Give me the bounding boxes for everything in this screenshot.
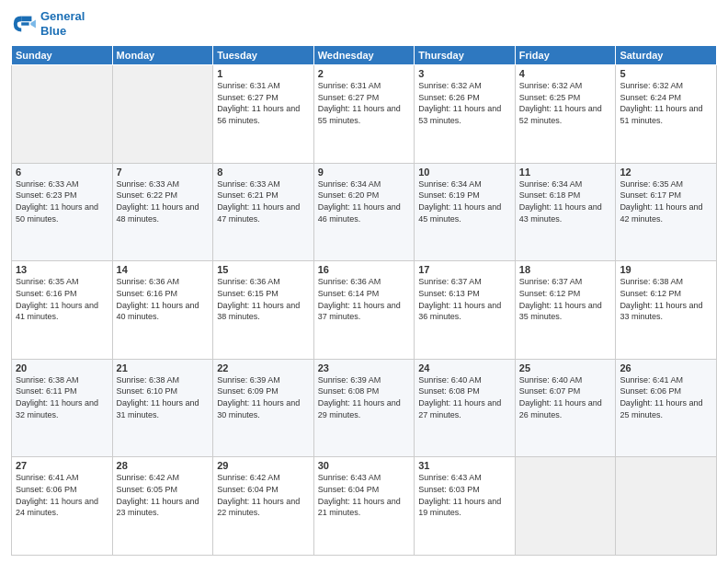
day-info: Sunrise: 6:40 AMSunset: 6:08 PMDaylight:…: [418, 374, 511, 420]
day-number: 28: [117, 460, 210, 471]
weekday-header-monday: Monday: [112, 46, 213, 65]
calendar-week-row: 1Sunrise: 6:31 AMSunset: 6:27 PMDaylight…: [12, 65, 717, 164]
day-number: 14: [117, 264, 210, 275]
day-info: Sunrise: 6:34 AMSunset: 6:19 PMDaylight:…: [418, 178, 511, 224]
calendar-cell: [12, 65, 113, 164]
day-number: 10: [418, 167, 511, 178]
calendar-week-row: 6Sunrise: 6:33 AMSunset: 6:23 PMDaylight…: [12, 163, 717, 261]
calendar-cell: 9Sunrise: 6:34 AMSunset: 6:20 PMDaylight…: [313, 163, 415, 261]
calendar-cell: 18Sunrise: 6:37 AMSunset: 6:12 PMDayligh…: [515, 261, 616, 360]
calendar-cell: 8Sunrise: 6:33 AMSunset: 6:21 PMDaylight…: [213, 163, 314, 261]
day-info: Sunrise: 6:36 AMSunset: 6:14 PMDaylight:…: [318, 276, 411, 322]
day-number: 7: [117, 167, 210, 178]
day-info: Sunrise: 6:39 AMSunset: 6:08 PMDaylight:…: [318, 374, 411, 420]
calendar-cell: 27Sunrise: 6:41 AMSunset: 6:06 PMDayligh…: [12, 457, 113, 556]
day-number: 15: [217, 264, 310, 275]
calendar-cell: 26Sunrise: 6:41 AMSunset: 6:06 PMDayligh…: [616, 359, 717, 457]
day-number: 13: [16, 264, 108, 275]
day-info: Sunrise: 6:33 AMSunset: 6:21 PMDaylight:…: [217, 178, 310, 224]
weekday-header-thursday: Thursday: [415, 46, 516, 65]
day-number: 5: [620, 68, 712, 79]
calendar-cell: 15Sunrise: 6:36 AMSunset: 6:15 PMDayligh…: [213, 261, 314, 360]
calendar-cell: 21Sunrise: 6:38 AMSunset: 6:10 PMDayligh…: [112, 359, 213, 457]
weekday-header-sunday: Sunday: [12, 46, 113, 65]
calendar-cell: 30Sunrise: 6:43 AMSunset: 6:04 PMDayligh…: [313, 457, 415, 556]
day-info: Sunrise: 6:42 AMSunset: 6:04 PMDaylight:…: [217, 472, 310, 518]
calendar-cell: 17Sunrise: 6:37 AMSunset: 6:13 PMDayligh…: [415, 261, 516, 360]
day-info: Sunrise: 6:41 AMSunset: 6:06 PMDaylight:…: [620, 374, 712, 420]
calendar-cell: 12Sunrise: 6:35 AMSunset: 6:17 PMDayligh…: [616, 163, 717, 261]
calendar-cell: 3Sunrise: 6:32 AMSunset: 6:26 PMDaylight…: [415, 65, 516, 164]
day-info: Sunrise: 6:34 AMSunset: 6:18 PMDaylight:…: [519, 178, 612, 224]
calendar-cell: 31Sunrise: 6:43 AMSunset: 6:03 PMDayligh…: [415, 457, 516, 556]
day-number: 17: [418, 264, 511, 275]
day-info: Sunrise: 6:38 AMSunset: 6:11 PMDaylight:…: [16, 374, 108, 420]
day-number: 19: [620, 264, 712, 275]
day-number: 3: [418, 68, 511, 79]
logo-icon: [11, 11, 37, 37]
day-info: Sunrise: 6:42 AMSunset: 6:05 PMDaylight:…: [117, 472, 210, 518]
day-info: Sunrise: 6:37 AMSunset: 6:12 PMDaylight:…: [519, 276, 612, 322]
day-number: 30: [318, 460, 411, 471]
day-info: Sunrise: 6:36 AMSunset: 6:15 PMDaylight:…: [217, 276, 310, 322]
logo: GeneralBlue: [11, 9, 85, 38]
calendar-cell: 22Sunrise: 6:39 AMSunset: 6:09 PMDayligh…: [213, 359, 314, 457]
day-number: 29: [217, 460, 310, 471]
day-number: 25: [519, 362, 612, 373]
day-info: Sunrise: 6:32 AMSunset: 6:25 PMDaylight:…: [519, 80, 612, 126]
calendar-cell: 20Sunrise: 6:38 AMSunset: 6:11 PMDayligh…: [12, 359, 113, 457]
day-number: 11: [519, 167, 612, 178]
calendar-cell: 2Sunrise: 6:31 AMSunset: 6:27 PMDaylight…: [313, 65, 415, 164]
calendar-cell: 16Sunrise: 6:36 AMSunset: 6:14 PMDayligh…: [313, 261, 415, 360]
day-info: Sunrise: 6:37 AMSunset: 6:13 PMDaylight:…: [418, 276, 511, 322]
calendar-cell: 10Sunrise: 6:34 AMSunset: 6:19 PMDayligh…: [415, 163, 516, 261]
calendar-cell: 29Sunrise: 6:42 AMSunset: 6:04 PMDayligh…: [213, 457, 314, 556]
day-number: 4: [519, 68, 612, 79]
day-number: 8: [217, 167, 310, 178]
calendar-cell: 6Sunrise: 6:33 AMSunset: 6:23 PMDaylight…: [12, 163, 113, 261]
day-info: Sunrise: 6:43 AMSunset: 6:03 PMDaylight:…: [418, 472, 511, 518]
day-info: Sunrise: 6:32 AMSunset: 6:26 PMDaylight:…: [418, 80, 511, 126]
calendar-cell: 28Sunrise: 6:42 AMSunset: 6:05 PMDayligh…: [112, 457, 213, 556]
calendar-cell: 7Sunrise: 6:33 AMSunset: 6:22 PMDaylight…: [112, 163, 213, 261]
logo-text: GeneralBlue: [40, 9, 85, 38]
header: GeneralBlue: [11, 9, 717, 38]
calendar-cell: 11Sunrise: 6:34 AMSunset: 6:18 PMDayligh…: [515, 163, 616, 261]
day-info: Sunrise: 6:38 AMSunset: 6:12 PMDaylight:…: [620, 276, 712, 322]
calendar-cell: 23Sunrise: 6:39 AMSunset: 6:08 PMDayligh…: [313, 359, 415, 457]
day-info: Sunrise: 6:36 AMSunset: 6:16 PMDaylight:…: [117, 276, 210, 322]
weekday-header-friday: Friday: [515, 46, 616, 65]
day-number: 26: [620, 362, 712, 373]
day-number: 20: [16, 362, 108, 373]
calendar-cell: 19Sunrise: 6:38 AMSunset: 6:12 PMDayligh…: [616, 261, 717, 360]
weekday-header-tuesday: Tuesday: [213, 46, 314, 65]
day-number: 23: [318, 362, 411, 373]
day-info: Sunrise: 6:34 AMSunset: 6:20 PMDaylight:…: [318, 178, 411, 224]
calendar-table: SundayMondayTuesdayWednesdayThursdayFrid…: [11, 45, 717, 556]
calendar-cell: 24Sunrise: 6:40 AMSunset: 6:08 PMDayligh…: [415, 359, 516, 457]
calendar-cell: 13Sunrise: 6:35 AMSunset: 6:16 PMDayligh…: [12, 261, 113, 360]
day-info: Sunrise: 6:41 AMSunset: 6:06 PMDaylight:…: [16, 472, 108, 518]
day-number: 2: [318, 68, 411, 79]
day-number: 18: [519, 264, 612, 275]
weekday-header-saturday: Saturday: [616, 46, 717, 65]
calendar-cell: [515, 457, 616, 556]
calendar-cell: 4Sunrise: 6:32 AMSunset: 6:25 PMDaylight…: [515, 65, 616, 164]
day-number: 6: [16, 167, 108, 178]
day-number: 27: [16, 460, 108, 471]
day-info: Sunrise: 6:38 AMSunset: 6:10 PMDaylight:…: [117, 374, 210, 420]
day-info: Sunrise: 6:32 AMSunset: 6:24 PMDaylight:…: [620, 80, 712, 126]
day-number: 24: [418, 362, 511, 373]
day-number: 31: [418, 460, 511, 471]
day-info: Sunrise: 6:31 AMSunset: 6:27 PMDaylight:…: [318, 80, 411, 126]
day-info: Sunrise: 6:39 AMSunset: 6:09 PMDaylight:…: [217, 374, 310, 420]
day-info: Sunrise: 6:40 AMSunset: 6:07 PMDaylight:…: [519, 374, 612, 420]
weekday-header-row: SundayMondayTuesdayWednesdayThursdayFrid…: [12, 46, 717, 65]
calendar-cell: 1Sunrise: 6:31 AMSunset: 6:27 PMDaylight…: [213, 65, 314, 164]
calendar-week-row: 13Sunrise: 6:35 AMSunset: 6:16 PMDayligh…: [12, 261, 717, 360]
day-number: 1: [217, 68, 310, 79]
day-number: 12: [620, 167, 712, 178]
calendar-cell: 25Sunrise: 6:40 AMSunset: 6:07 PMDayligh…: [515, 359, 616, 457]
calendar-week-row: 20Sunrise: 6:38 AMSunset: 6:11 PMDayligh…: [12, 359, 717, 457]
day-info: Sunrise: 6:31 AMSunset: 6:27 PMDaylight:…: [217, 80, 310, 126]
